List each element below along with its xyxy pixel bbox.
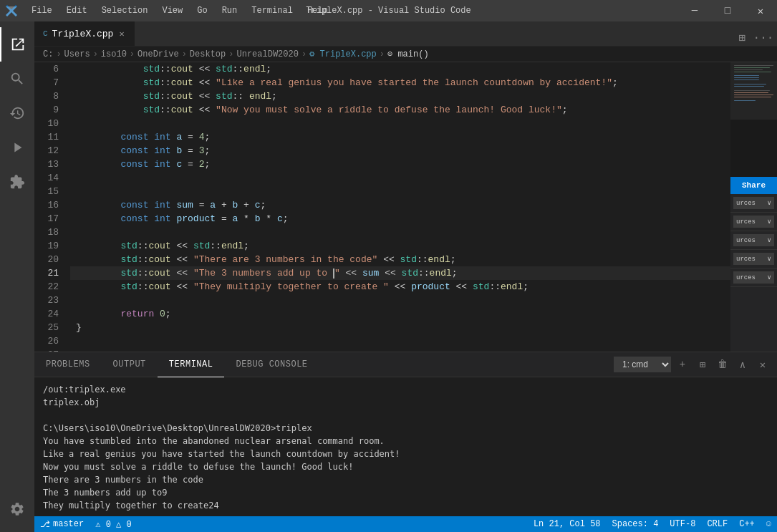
share-section-4: urces∨ bbox=[730, 250, 777, 269]
breadcrumb-desktop[interactable]: Desktop bbox=[190, 49, 226, 59]
tab-bar: C TripleX.cpp ✕ ⊞ ··· bbox=[34, 21, 777, 47]
share-dropdown-4[interactable]: urces∨ bbox=[733, 253, 774, 265]
more-actions-button[interactable]: ··· bbox=[756, 30, 771, 46]
status-position[interactable]: Ln 21, Col 58 bbox=[528, 516, 607, 532]
status-feedback[interactable]: ☺ bbox=[761, 516, 777, 532]
share-dropdown-2[interactable]: urces∨ bbox=[733, 216, 774, 228]
close-button[interactable]: ✕ bbox=[744, 0, 777, 21]
code-line-26 bbox=[70, 334, 730, 348]
menu-go[interactable]: Go bbox=[191, 3, 213, 19]
activity-explorer-icon[interactable] bbox=[0, 27, 34, 62]
editor-content: 6 7 8 9 10 11 12 13 14 15 16 17 18 19 bbox=[34, 62, 730, 352]
svg-rect-15 bbox=[730, 62, 777, 120]
share-panel: Share urces∨ urces∨ urces∨ bbox=[730, 177, 777, 352]
status-feedback-label: ☺ bbox=[766, 519, 771, 529]
title-bar-left: File Edit Selection View Go Run Terminal… bbox=[6, 3, 334, 19]
title-bar: File Edit Selection View Go Run Terminal… bbox=[0, 0, 777, 21]
terminal-line-5: You have stumbled into the abandoned nuc… bbox=[43, 435, 768, 448]
split-terminal-button[interactable]: ⊞ bbox=[694, 356, 711, 373]
breadcrumb-onedrive[interactable]: OneDrive bbox=[137, 49, 179, 59]
terminal-line-4: C:\Users\iso10\OneDrive\Desktop\UnrealDW… bbox=[43, 422, 768, 435]
code-line-17: const int product = a * b * c; bbox=[70, 212, 730, 226]
editor[interactable]: 6 7 8 9 10 11 12 13 14 15 16 17 18 19 bbox=[34, 62, 730, 352]
activity-extensions-icon[interactable] bbox=[0, 165, 34, 199]
terminal-instance-select[interactable]: 1: cmd bbox=[614, 357, 671, 372]
breadcrumb-file[interactable]: ⚙ TripleX.cpp bbox=[309, 49, 377, 59]
vscode-logo-icon bbox=[6, 5, 17, 16]
tab-bar-actions: ⊞ ··· bbox=[734, 30, 777, 46]
minimize-button[interactable]: ─ bbox=[678, 0, 711, 21]
close-panel-button[interactable]: ✕ bbox=[754, 356, 771, 373]
new-terminal-button[interactable]: + bbox=[674, 356, 691, 373]
breadcrumb-main[interactable]: ⊙ main() bbox=[387, 49, 429, 59]
main-layout: C TripleX.cpp ✕ ⊞ ··· C: › Users › iso10… bbox=[0, 21, 777, 532]
tab-output[interactable]: OUTPUT bbox=[102, 352, 158, 377]
code-line-8: std::cout << std:: endl; bbox=[70, 90, 730, 103]
tab-close-button[interactable]: ✕ bbox=[117, 27, 125, 41]
breadcrumb-unrealdw2020[interactable]: UnrealDW2020 bbox=[236, 49, 298, 59]
status-branch[interactable]: ⎇ master bbox=[34, 516, 90, 532]
tab-triplexcpp[interactable]: C TripleX.cpp ✕ bbox=[34, 21, 135, 46]
share-dropdown-5[interactable]: urces∨ bbox=[733, 271, 774, 284]
status-bar: ⎇ master ⚠ 0 △ 0 Ln 21, Col 58 Spaces: 4… bbox=[34, 516, 777, 532]
status-position-label: Ln 21, Col 58 bbox=[534, 519, 601, 529]
tab-debug-console[interactable]: DEBUG CONSOLE bbox=[224, 352, 319, 377]
menu-edit[interactable]: Edit bbox=[61, 3, 93, 19]
panel-tab-actions: 1: cmd + ⊞ 🗑 ∧ ✕ bbox=[614, 356, 777, 373]
share-section-1: urces∨ bbox=[730, 194, 777, 213]
minimap bbox=[730, 62, 777, 177]
code-line-24: return 0; bbox=[70, 307, 730, 321]
terminal-line-6: Like a real genius you have started the … bbox=[43, 448, 768, 460]
status-language[interactable]: C++ bbox=[733, 516, 761, 532]
code-line-9: std::cout << "Now you must solve a riddl… bbox=[70, 103, 730, 117]
menu-selection[interactable]: Selection bbox=[96, 3, 154, 19]
activity-source-control-icon[interactable] bbox=[0, 96, 34, 130]
maximize-button[interactable]: □ bbox=[711, 0, 744, 21]
share-dropdown-3[interactable]: urces∨ bbox=[733, 234, 774, 246]
terminal-line-8: There are 3 numbers in the code bbox=[43, 473, 768, 486]
title-bar-controls: ─ □ ✕ bbox=[678, 0, 777, 21]
menu-run[interactable]: Run bbox=[216, 3, 243, 19]
share-dropdown-1[interactable]: urces∨ bbox=[733, 197, 774, 209]
status-eol-label: CRLF bbox=[707, 519, 728, 529]
code-line-15 bbox=[70, 185, 730, 198]
share-section-3: urces∨ bbox=[730, 231, 777, 250]
terminal-line-2: triplex.obj bbox=[43, 396, 768, 409]
breadcrumb-users[interactable]: Users bbox=[64, 49, 90, 59]
terminal-line-10: They multiply together to create24 bbox=[43, 499, 768, 512]
status-right: Ln 21, Col 58 Spaces: 4 UTF-8 CRLF C++ ☺ bbox=[528, 516, 777, 532]
breadcrumb-c[interactable]: C: bbox=[43, 49, 53, 59]
code-line-7: std::cout << "Like a real genius you hav… bbox=[70, 76, 730, 90]
code-line-14 bbox=[70, 171, 730, 185]
code-line-20: std::cout << "There are 3 numbers in the… bbox=[70, 253, 730, 266]
kill-terminal-button[interactable]: 🗑 bbox=[714, 356, 731, 373]
status-spaces[interactable]: Spaces: 4 bbox=[607, 516, 665, 532]
code-line-19: std::cout << std::endl; bbox=[70, 239, 730, 253]
tab-terminal[interactable]: TERMINAL bbox=[158, 352, 225, 377]
code-line-22: std::cout << "They multiply together to … bbox=[70, 280, 730, 294]
maximize-panel-button[interactable]: ∧ bbox=[734, 356, 751, 373]
activity-settings-icon[interactable] bbox=[0, 492, 34, 526]
terminal-line-1: /out:triplex.exe bbox=[43, 383, 768, 396]
status-left: ⎇ master ⚠ 0 △ 0 bbox=[34, 516, 137, 532]
window-title: TripleX.cpp - Visual Studio Code bbox=[306, 6, 470, 16]
status-errors[interactable]: ⚠ 0 △ 0 bbox=[90, 516, 137, 532]
code-line-12: const int b = 3; bbox=[70, 144, 730, 158]
breadcrumb-iso10[interactable]: iso10 bbox=[101, 49, 127, 59]
activity-bar bbox=[0, 21, 34, 532]
activity-search-icon[interactable] bbox=[0, 62, 34, 96]
split-editor-button[interactable]: ⊞ bbox=[734, 30, 750, 46]
tab-problems[interactable]: PROBLEMS bbox=[34, 352, 102, 377]
right-panel: Share urces∨ urces∨ urces∨ bbox=[730, 62, 777, 352]
menu-view[interactable]: View bbox=[156, 3, 188, 19]
code-line-16: const int sum = a + b + c; bbox=[70, 198, 730, 212]
status-eol[interactable]: CRLF bbox=[701, 516, 733, 532]
menu-file[interactable]: File bbox=[26, 3, 58, 19]
code-area[interactable]: std::cout << std::endl; std::cout << "Li… bbox=[70, 62, 730, 352]
activity-run-debug-icon[interactable] bbox=[0, 130, 34, 165]
share-header: Share bbox=[730, 177, 777, 194]
status-branch-label: master bbox=[53, 519, 84, 529]
menu-terminal[interactable]: Terminal bbox=[246, 3, 299, 19]
terminal-content[interactable]: /out:triplex.exe triplex.obj C:\Users\is… bbox=[34, 377, 777, 516]
status-encoding[interactable]: UTF-8 bbox=[664, 516, 701, 532]
